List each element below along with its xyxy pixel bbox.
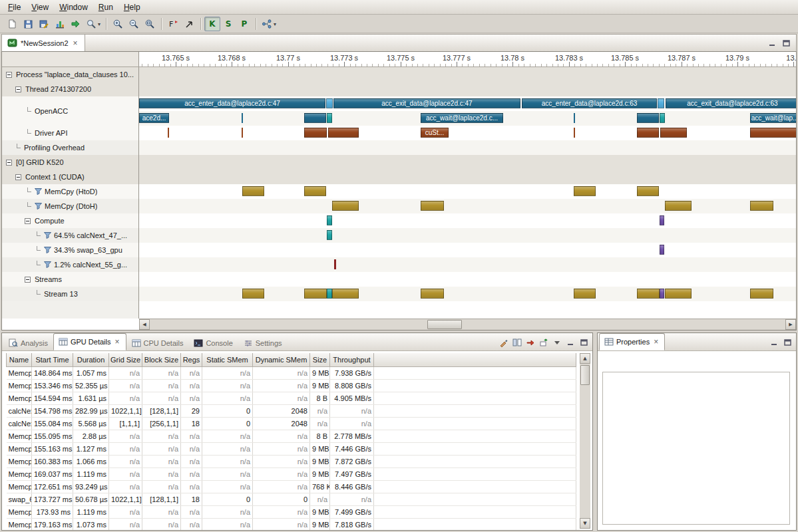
goto-marker-button[interactable]: F bbox=[165, 17, 181, 31]
time-ruler[interactable]: 13.765 s13.768 s13.77 s13.773 s13.775 s1… bbox=[139, 52, 796, 66]
tree-row-stream-13[interactable]: Stream 13 bbox=[2, 287, 138, 301]
tree-row-thread-2741307200[interactable]: Thread 2741307200 bbox=[2, 82, 138, 96]
maximize-view-button[interactable] bbox=[780, 38, 792, 49]
timeline-interval[interactable]: acc_wait@lap... bbox=[750, 113, 796, 123]
table-cell[interactable]: 153.346 ms bbox=[32, 379, 73, 392]
timeline-interval[interactable] bbox=[327, 113, 332, 123]
table-cell[interactable]: Memcpy bbox=[7, 480, 32, 493]
table-cell[interactable]: n/a bbox=[330, 417, 374, 430]
table-cell[interactable]: n/a bbox=[253, 366, 310, 379]
table-cell[interactable]: 160.383 ms bbox=[32, 455, 73, 467]
timeline-interval[interactable] bbox=[421, 201, 444, 211]
dropdown-caret-icon[interactable]: ▾ bbox=[274, 21, 276, 27]
table-cell[interactable]: Memcpy bbox=[7, 379, 32, 392]
table-cell[interactable]: n/a bbox=[202, 430, 253, 442]
tree-row-memcpy-htod[interactable]: MemCpy (HtoD) bbox=[2, 184, 138, 199]
table-cell[interactable]: n/a bbox=[330, 404, 374, 417]
table-cell[interactable] bbox=[374, 379, 576, 392]
table-cell[interactable]: 9 MB bbox=[310, 518, 330, 530]
timeline-lane-memcpy-htod[interactable] bbox=[139, 184, 796, 199]
table-cell[interactable]: 8.808 GB/s bbox=[330, 379, 374, 392]
tree-row-driver-api[interactable]: Driver API bbox=[2, 126, 138, 140]
timeline-interval[interactable] bbox=[168, 128, 169, 138]
scroll-down-icon[interactable]: ▼ bbox=[580, 518, 590, 529]
timeline-interval[interactable] bbox=[421, 289, 444, 299]
timeline-interval[interactable]: cuSt... bbox=[421, 128, 449, 138]
table-cell[interactable]: 155.084 ms bbox=[32, 417, 73, 430]
table-cell[interactable]: swap_63 bbox=[7, 493, 32, 505]
tree-row-openacc[interactable]: OpenACC bbox=[2, 96, 138, 126]
timeline-interval[interactable] bbox=[242, 186, 264, 196]
timeline-interval[interactable] bbox=[574, 128, 575, 138]
collapse-toggle-icon[interactable] bbox=[6, 72, 12, 78]
table-cell[interactable]: calcNext bbox=[7, 404, 32, 417]
table-cell[interactable]: n/a bbox=[202, 467, 253, 480]
tab-session[interactable]: *NewSession2 × bbox=[2, 35, 85, 51]
table-cell[interactable]: n/a bbox=[310, 417, 330, 430]
table-cell[interactable]: 0 bbox=[202, 417, 253, 430]
table-cell[interactable]: [128,1,1] bbox=[142, 493, 181, 505]
dropdown-caret-icon[interactable]: ▾ bbox=[98, 21, 100, 27]
table-cell[interactable]: 4.905 MB/s bbox=[330, 392, 374, 404]
column-header-throughput[interactable]: Throughput bbox=[330, 353, 374, 366]
table-cell[interactable]: n/a bbox=[109, 366, 142, 379]
table-cell[interactable]: n/a bbox=[109, 442, 142, 455]
table-cell[interactable]: n/a bbox=[181, 442, 202, 455]
table-cell[interactable]: n/a bbox=[142, 505, 181, 518]
run-analysis-button[interactable]: ▾ bbox=[260, 17, 278, 31]
close-icon[interactable]: × bbox=[114, 337, 121, 346]
table-cell[interactable]: Memcpy bbox=[7, 430, 32, 442]
table-cell[interactable]: Memcpy bbox=[7, 392, 32, 404]
table-row[interactable]: Memcpy169.037 ms1.119 msn/an/an/an/an/a9… bbox=[7, 467, 576, 480]
timeline-hscrollbar[interactable]: ◀ ▶ bbox=[139, 319, 796, 330]
timeline-lane-0-grid-k520[interactable] bbox=[139, 155, 796, 170]
table-cell[interactable] bbox=[374, 430, 576, 442]
vscroll-track[interactable] bbox=[580, 364, 590, 518]
minimize-view-button[interactable] bbox=[766, 38, 778, 49]
tab-console[interactable]: Console bbox=[188, 335, 238, 350]
table-cell[interactable]: n/a bbox=[181, 366, 202, 379]
table-cell[interactable] bbox=[374, 455, 576, 467]
table-vscrollbar[interactable]: ▲ ▼ bbox=[580, 353, 590, 529]
table-cell[interactable]: n/a bbox=[109, 379, 142, 392]
table-cell[interactable]: 169.037 ms bbox=[32, 467, 73, 480]
menu-window[interactable]: Window bbox=[54, 1, 93, 14]
timeline-interval[interactable] bbox=[665, 201, 692, 211]
table-cell[interactable]: 9 MB bbox=[310, 442, 330, 455]
table-cell[interactable]: n/a bbox=[253, 442, 310, 455]
timeline-interval[interactable]: ace2d... bbox=[139, 113, 169, 123]
table-cell[interactable]: 1.073 ms bbox=[73, 518, 109, 530]
table-cell[interactable]: n/a bbox=[253, 455, 310, 467]
timeline-interval[interactable] bbox=[304, 289, 327, 299]
table-cell[interactable]: n/a bbox=[253, 518, 310, 530]
table-cell[interactable] bbox=[374, 493, 576, 505]
table-cell[interactable]: n/a bbox=[181, 430, 202, 442]
table-cell[interactable]: Memcpy bbox=[7, 442, 32, 455]
timeline-interval[interactable] bbox=[660, 215, 664, 225]
profile-application-button[interactable] bbox=[52, 17, 68, 31]
column-header-start-time[interactable]: Start Time bbox=[32, 353, 73, 366]
table-cell[interactable]: 173.727 ms bbox=[32, 493, 73, 505]
table-cell[interactable]: n/a bbox=[202, 455, 253, 467]
zoom-in-button[interactable] bbox=[110, 17, 126, 31]
table-cell[interactable]: 8.446 GB/s bbox=[330, 480, 374, 493]
column-header-size[interactable]: Size bbox=[310, 353, 330, 366]
table-cell[interactable]: 5.568 µs bbox=[73, 417, 109, 430]
table-cell[interactable]: [1,1,1] bbox=[109, 417, 142, 430]
timeline-interval[interactable] bbox=[332, 289, 359, 299]
table-row[interactable]: Memcpy153.346 ms52.355 µsn/an/an/an/an/a… bbox=[7, 379, 576, 392]
collapse-toggle-icon[interactable] bbox=[15, 86, 21, 92]
table-cell[interactable]: 7.818 GB/s bbox=[330, 518, 374, 530]
table-row[interactable]: Memcpy173.93 ms1.119 msn/an/an/an/an/a9 … bbox=[7, 505, 576, 518]
table-cell[interactable]: 0 bbox=[202, 493, 253, 505]
table-row[interactable]: Memcpy160.383 ms1.066 msn/an/an/an/an/a9… bbox=[7, 455, 576, 467]
table-row[interactable]: Memcpy179.163 ms1.073 msn/an/an/an/an/a9… bbox=[7, 518, 576, 530]
column-header-regs[interactable]: Regs bbox=[181, 353, 202, 366]
table-cell[interactable]: n/a bbox=[181, 518, 202, 530]
table-cell[interactable]: n/a bbox=[109, 467, 142, 480]
table-cell[interactable]: 2.88 µs bbox=[73, 430, 109, 442]
focus-selection-button[interactable] bbox=[524, 337, 536, 348]
hscroll-thumb[interactable] bbox=[427, 320, 462, 329]
save-session-button[interactable] bbox=[20, 17, 36, 31]
timeline-lane-openacc[interactable]: acc_enter_data@laplace2d.c:47acc_exit_da… bbox=[139, 96, 796, 111]
